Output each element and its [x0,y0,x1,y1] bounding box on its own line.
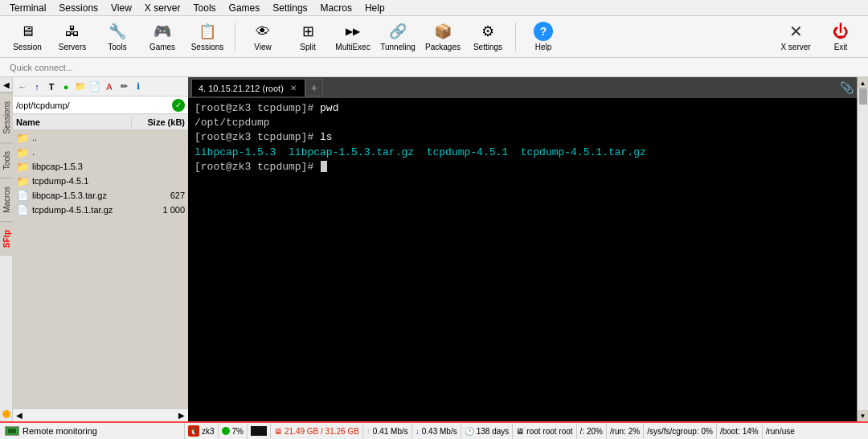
file-list-header: Name Size (kB) [13,114,188,130]
file-item-libpcap-dir[interactable]: 📁 libpcap-1.5.3 [13,159,188,174]
upload-arrow: ↑ [366,427,371,436]
sessions-button[interactable]: 📋 Sessions [186,19,228,55]
terminal-line-2: /opt/tcpdump [194,116,850,130]
new-tab-button[interactable]: + [305,79,323,96]
menu-sessions[interactable]: Sessions [52,1,104,15]
menu-terminal[interactable]: Terminal [3,1,52,15]
remote-monitoring-row: Remote monitoring [0,423,184,439]
menu-macros[interactable]: Macros [314,1,358,15]
menu-games[interactable]: Games [223,1,267,15]
menu-help[interactable]: Help [358,1,391,15]
folder-icon: 📁 [16,174,29,187]
terminal-tab-active[interactable]: 4. 10.15.21.212 (root) ✕ [191,79,305,96]
file-item-dotdot[interactable]: 📁 .. [13,130,188,145]
games-button[interactable]: 🎮 Games [141,19,183,55]
host-name: zk3 [202,427,215,436]
scroll-left-btn[interactable]: ◀ [16,411,23,420]
folder-icon: 📁 [16,146,29,158]
mem-bar [251,426,267,436]
quick-connect-input[interactable] [6,60,862,75]
toolbar-sep-2 [515,23,516,51]
fp-btn-a[interactable]: A [103,80,116,93]
status-dot [2,410,10,418]
attachment-icon: 📎 [840,81,854,94]
fp-btn-folder[interactable]: 📁 [74,80,87,93]
settings-label: Settings [473,43,502,51]
help-label: Help [535,43,552,51]
help-button[interactable]: ? Help [522,19,564,55]
file-item-dot[interactable]: 📁 . [13,145,188,159]
scroll-thumb[interactable] [859,88,867,105]
tools-tab[interactable]: Tools [0,142,13,178]
toolbar: 🖥 Session 🖧 Servers 🔧 Tools 🎮 Games 📋 Se… [0,16,868,58]
current-path: /opt/tcpdump/ [16,101,169,110]
fp-btn-t[interactable]: T [45,80,58,93]
file-size: 1 000 [137,205,185,215]
fp-btn-r[interactable]: ● [59,80,72,93]
folder-icon: 📁 [16,131,29,144]
file-item-tcpdump-tar[interactable]: 📄 tcpdump-4.5.1.tar.gz 1 000 [13,203,188,217]
file-panel: ← ↑ T ● 📁 📄 A ✏ ℹ /opt/tcpdump/ ✓ Name S… [13,77,188,421]
macros-tab[interactable]: Macros [0,178,13,221]
tools-button[interactable]: 🔧 Tools [96,19,138,55]
left-side-tabs: ◀ Sessions Tools Macros SFtp [0,77,13,421]
panel-expand-arrow[interactable]: ◀ [2,77,11,92]
view-button[interactable]: 👁 View [242,19,284,55]
menu-view[interactable]: View [104,1,138,15]
terminal-line-1: [root@zk3 tcpdump]# pwd [194,101,850,116]
exit-button[interactable]: ⏻ Exit [820,19,862,55]
sftp-tab[interactable]: SFtp [0,221,13,256]
col-size-header: Size (kB) [132,117,188,127]
path-connected-indicator: ✓ [172,99,185,112]
tunneling-icon: 🔗 [388,22,407,41]
servers-label: Servers [59,43,86,51]
view-icon: 👁 [253,22,272,41]
folder-icon: 📁 [16,160,29,173]
scroll-down-btn[interactable]: ▼ [858,410,869,421]
session-label: Session [13,43,42,51]
terminal-tabs: 4. 10.15.21.212 (root) ✕ + 📎 [188,77,857,98]
fp-btn-info[interactable]: ℹ [132,80,145,93]
terminal-line-4: libpcap-1.5.3 libpcap-1.5.3.tar.gz tcpdu… [194,146,850,160]
games-label: Games [149,43,175,51]
file-item-libpcap-tar[interactable]: 📄 libpcap-1.5.3.tar.gz 627 [13,188,188,203]
fp-btn-copy[interactable]: 📄 [88,80,101,93]
file-name: libpcap-1.5.3 [32,162,137,171]
terminal-tab-close[interactable]: ✕ [289,84,298,93]
file-name: tcpdump-4.5.1.tar.gz [32,205,137,215]
menu-tools[interactable]: Tools [187,1,223,15]
multiexec-icon: ▶▶ [343,22,362,41]
status-bar-container: Remote monitoring 🐧 zk3 7% 🖥 21.49 GB / … [0,421,868,439]
packages-button[interactable]: 📦 Packages [422,19,464,55]
boot-value: /boot: 14% [720,427,759,436]
session-button[interactable]: 🖥 Session [6,19,48,55]
menu-settings[interactable]: Settings [266,1,313,15]
right-scrollbar: ▲ ▼ [857,77,868,421]
tunneling-button[interactable]: 🔗 Tunneling [377,19,419,55]
runuse-value: /run/use [766,427,795,436]
split-label: Split [300,43,315,51]
scroll-track [858,88,869,410]
terminal-content[interactable]: [root@zk3 tcpdump]# pwd /opt/tcpdump [ro… [188,98,857,421]
scroll-up-btn[interactable]: ▲ [858,77,869,88]
menu-xserver[interactable]: X server [138,1,187,15]
servers-button[interactable]: 🖧 Servers [51,19,93,55]
sessions-tab[interactable]: Sessions [0,92,13,142]
settings-button[interactable]: ⚙ Settings [467,19,509,55]
fp-btn-2[interactable]: ↑ [31,80,43,93]
games-icon: 🎮 [153,22,172,41]
multiexec-button[interactable]: ▶▶ MultiExec [332,19,374,55]
xserver-label: X server [780,43,810,51]
status-run: /run: 2% [607,423,644,439]
xserver-button[interactable]: ✕ X server [775,19,817,55]
file-item-tcpdump-dir[interactable]: 📁 tcpdump-4.5.1 [13,174,188,188]
col-name-header: Name [13,117,132,127]
multiexec-label: MultiExec [335,43,370,51]
run-value: /run: 2% [610,427,640,436]
fp-btn-edit[interactable]: ✏ [117,80,130,93]
split-button[interactable]: ⊞ Split [287,19,329,55]
fp-btn-1[interactable]: ← [16,80,29,93]
download-arrow: ↓ [416,427,420,436]
status-host: 🐧 zk3 [185,423,219,439]
scroll-right-btn[interactable]: ▶ [178,411,185,420]
